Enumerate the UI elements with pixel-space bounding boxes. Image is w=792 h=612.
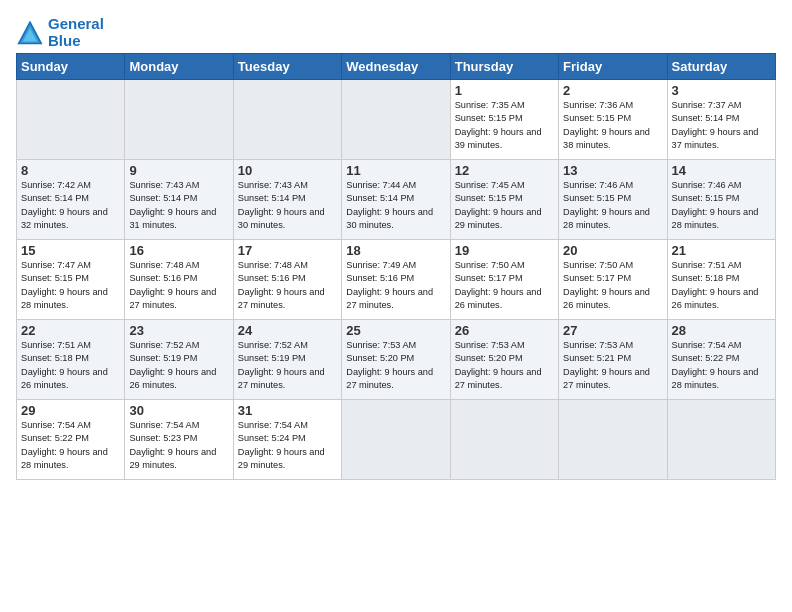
empty-cell [17, 80, 125, 160]
day-info: Sunrise: 7:45 AMSunset: 5:15 PMDaylight:… [455, 179, 554, 232]
day-info: Sunrise: 7:54 AMSunset: 5:22 PMDaylight:… [21, 419, 120, 472]
day-info: Sunrise: 7:44 AMSunset: 5:14 PMDaylight:… [346, 179, 445, 232]
day-info: Sunrise: 7:50 AMSunset: 5:17 PMDaylight:… [455, 259, 554, 312]
day-cell-23: 23Sunrise: 7:52 AMSunset: 5:19 PMDayligh… [125, 320, 233, 400]
logo-icon [16, 19, 44, 47]
day-number: 26 [455, 323, 554, 338]
day-cell-15: 15Sunrise: 7:47 AMSunset: 5:15 PMDayligh… [17, 240, 125, 320]
day-number: 18 [346, 243, 445, 258]
week-row-3: 15Sunrise: 7:47 AMSunset: 5:15 PMDayligh… [17, 240, 776, 320]
day-info: Sunrise: 7:53 AMSunset: 5:20 PMDaylight:… [455, 339, 554, 392]
day-number: 27 [563, 323, 662, 338]
logo: General Blue [16, 16, 104, 49]
day-cell-27: 27Sunrise: 7:53 AMSunset: 5:21 PMDayligh… [559, 320, 667, 400]
day-cell-11: 11Sunrise: 7:44 AMSunset: 5:14 PMDayligh… [342, 160, 450, 240]
day-number: 30 [129, 403, 228, 418]
day-info: Sunrise: 7:48 AMSunset: 5:16 PMDaylight:… [129, 259, 228, 312]
day-info: Sunrise: 7:54 AMSunset: 5:23 PMDaylight:… [129, 419, 228, 472]
day-number: 17 [238, 243, 337, 258]
day-number: 10 [238, 163, 337, 178]
empty-cell [233, 80, 341, 160]
day-info: Sunrise: 7:51 AMSunset: 5:18 PMDaylight:… [672, 259, 771, 312]
empty-cell [342, 400, 450, 480]
day-info: Sunrise: 7:43 AMSunset: 5:14 PMDaylight:… [129, 179, 228, 232]
day-info: Sunrise: 7:50 AMSunset: 5:17 PMDaylight:… [563, 259, 662, 312]
day-info: Sunrise: 7:37 AMSunset: 5:14 PMDaylight:… [672, 99, 771, 152]
day-number: 1 [455, 83, 554, 98]
day-info: Sunrise: 7:46 AMSunset: 5:15 PMDaylight:… [672, 179, 771, 232]
day-info: Sunrise: 7:43 AMSunset: 5:14 PMDaylight:… [238, 179, 337, 232]
day-cell-1: 1Sunrise: 7:35 AMSunset: 5:15 PMDaylight… [450, 80, 558, 160]
day-number: 9 [129, 163, 228, 178]
day-cell-12: 12Sunrise: 7:45 AMSunset: 5:15 PMDayligh… [450, 160, 558, 240]
empty-cell [125, 80, 233, 160]
day-info: Sunrise: 7:51 AMSunset: 5:18 PMDaylight:… [21, 339, 120, 392]
day-number: 20 [563, 243, 662, 258]
day-number: 14 [672, 163, 771, 178]
day-cell-19: 19Sunrise: 7:50 AMSunset: 5:17 PMDayligh… [450, 240, 558, 320]
day-cell-3: 3Sunrise: 7:37 AMSunset: 5:14 PMDaylight… [667, 80, 775, 160]
day-info: Sunrise: 7:42 AMSunset: 5:14 PMDaylight:… [21, 179, 120, 232]
col-header-thursday: Thursday [450, 54, 558, 80]
week-row-2: 8Sunrise: 7:42 AMSunset: 5:14 PMDaylight… [17, 160, 776, 240]
col-header-wednesday: Wednesday [342, 54, 450, 80]
day-number: 22 [21, 323, 120, 338]
empty-cell [450, 400, 558, 480]
col-header-sunday: Sunday [17, 54, 125, 80]
day-cell-25: 25Sunrise: 7:53 AMSunset: 5:20 PMDayligh… [342, 320, 450, 400]
day-info: Sunrise: 7:53 AMSunset: 5:21 PMDaylight:… [563, 339, 662, 392]
day-number: 25 [346, 323, 445, 338]
header-row: SundayMondayTuesdayWednesdayThursdayFrid… [17, 54, 776, 80]
day-cell-13: 13Sunrise: 7:46 AMSunset: 5:15 PMDayligh… [559, 160, 667, 240]
day-number: 19 [455, 243, 554, 258]
day-number: 15 [21, 243, 120, 258]
day-cell-31: 31Sunrise: 7:54 AMSunset: 5:24 PMDayligh… [233, 400, 341, 480]
day-number: 28 [672, 323, 771, 338]
day-number: 3 [672, 83, 771, 98]
empty-cell [559, 400, 667, 480]
day-info: Sunrise: 7:53 AMSunset: 5:20 PMDaylight:… [346, 339, 445, 392]
calendar-table: SundayMondayTuesdayWednesdayThursdayFrid… [16, 53, 776, 480]
day-info: Sunrise: 7:35 AMSunset: 5:15 PMDaylight:… [455, 99, 554, 152]
week-row-4: 22Sunrise: 7:51 AMSunset: 5:18 PMDayligh… [17, 320, 776, 400]
day-number: 12 [455, 163, 554, 178]
week-row-5: 29Sunrise: 7:54 AMSunset: 5:22 PMDayligh… [17, 400, 776, 480]
day-cell-18: 18Sunrise: 7:49 AMSunset: 5:16 PMDayligh… [342, 240, 450, 320]
day-info: Sunrise: 7:52 AMSunset: 5:19 PMDaylight:… [238, 339, 337, 392]
day-cell-26: 26Sunrise: 7:53 AMSunset: 5:20 PMDayligh… [450, 320, 558, 400]
day-cell-21: 21Sunrise: 7:51 AMSunset: 5:18 PMDayligh… [667, 240, 775, 320]
day-number: 8 [21, 163, 120, 178]
day-info: Sunrise: 7:54 AMSunset: 5:22 PMDaylight:… [672, 339, 771, 392]
day-cell-29: 29Sunrise: 7:54 AMSunset: 5:22 PMDayligh… [17, 400, 125, 480]
day-cell-20: 20Sunrise: 7:50 AMSunset: 5:17 PMDayligh… [559, 240, 667, 320]
day-cell-8: 8Sunrise: 7:42 AMSunset: 5:14 PMDaylight… [17, 160, 125, 240]
col-header-saturday: Saturday [667, 54, 775, 80]
day-number: 29 [21, 403, 120, 418]
day-info: Sunrise: 7:36 AMSunset: 5:15 PMDaylight:… [563, 99, 662, 152]
day-info: Sunrise: 7:47 AMSunset: 5:15 PMDaylight:… [21, 259, 120, 312]
day-cell-24: 24Sunrise: 7:52 AMSunset: 5:19 PMDayligh… [233, 320, 341, 400]
day-info: Sunrise: 7:46 AMSunset: 5:15 PMDaylight:… [563, 179, 662, 232]
day-number: 16 [129, 243, 228, 258]
day-number: 31 [238, 403, 337, 418]
empty-cell [667, 400, 775, 480]
day-number: 2 [563, 83, 662, 98]
page-container: General Blue SundayMondayTuesdayWednesda… [0, 0, 792, 488]
col-header-friday: Friday [559, 54, 667, 80]
col-header-monday: Monday [125, 54, 233, 80]
day-info: Sunrise: 7:52 AMSunset: 5:19 PMDaylight:… [129, 339, 228, 392]
day-info: Sunrise: 7:54 AMSunset: 5:24 PMDaylight:… [238, 419, 337, 472]
day-cell-14: 14Sunrise: 7:46 AMSunset: 5:15 PMDayligh… [667, 160, 775, 240]
day-cell-10: 10Sunrise: 7:43 AMSunset: 5:14 PMDayligh… [233, 160, 341, 240]
day-cell-9: 9Sunrise: 7:43 AMSunset: 5:14 PMDaylight… [125, 160, 233, 240]
day-cell-30: 30Sunrise: 7:54 AMSunset: 5:23 PMDayligh… [125, 400, 233, 480]
day-number: 24 [238, 323, 337, 338]
day-cell-22: 22Sunrise: 7:51 AMSunset: 5:18 PMDayligh… [17, 320, 125, 400]
day-cell-16: 16Sunrise: 7:48 AMSunset: 5:16 PMDayligh… [125, 240, 233, 320]
day-cell-2: 2Sunrise: 7:36 AMSunset: 5:15 PMDaylight… [559, 80, 667, 160]
day-number: 13 [563, 163, 662, 178]
day-cell-28: 28Sunrise: 7:54 AMSunset: 5:22 PMDayligh… [667, 320, 775, 400]
day-number: 21 [672, 243, 771, 258]
week-row-1: 1Sunrise: 7:35 AMSunset: 5:15 PMDaylight… [17, 80, 776, 160]
day-info: Sunrise: 7:49 AMSunset: 5:16 PMDaylight:… [346, 259, 445, 312]
